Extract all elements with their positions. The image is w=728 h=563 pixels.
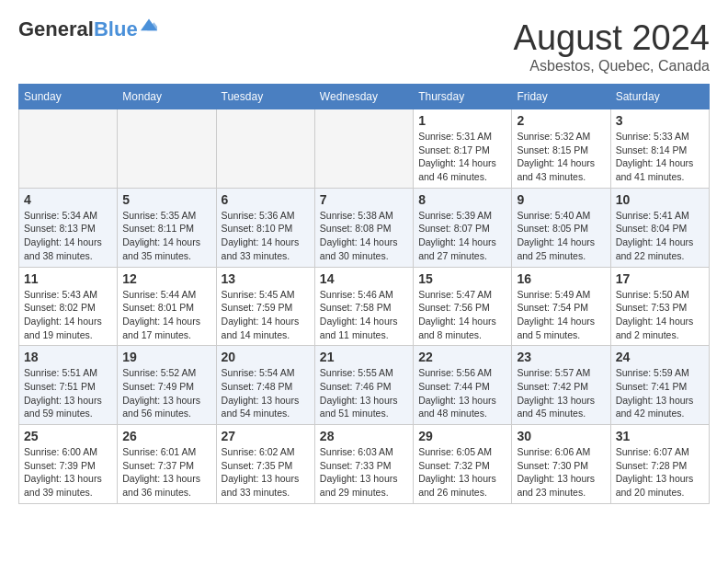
- day-info: Sunrise: 5:40 AM Sunset: 8:05 PM Dayligh…: [517, 209, 605, 263]
- week-row-5: 25 Sunrise: 6:00 AM Sunset: 7:39 PM Dayl…: [19, 425, 710, 504]
- calendar-cell: 24 Sunrise: 5:59 AM Sunset: 7:41 PM Dayl…: [610, 346, 709, 425]
- calendar-cell: 4 Sunrise: 5:34 AM Sunset: 8:13 PM Dayli…: [19, 188, 118, 267]
- day-number: 11: [24, 271, 112, 286]
- calendar-cell: 17 Sunrise: 5:50 AM Sunset: 7:53 PM Dayl…: [610, 267, 709, 346]
- day-number: 14: [320, 271, 408, 286]
- day-info: Sunrise: 5:51 AM Sunset: 7:51 PM Dayligh…: [24, 366, 112, 420]
- day-number: 25: [24, 429, 112, 443]
- weekday-header-wednesday: Wednesday: [314, 85, 413, 109]
- day-info: Sunrise: 5:55 AM Sunset: 7:46 PM Dayligh…: [320, 366, 408, 420]
- day-info: Sunrise: 5:32 AM Sunset: 8:15 PM Dayligh…: [517, 130, 605, 184]
- day-number: 13: [222, 271, 310, 286]
- day-number: 10: [616, 192, 704, 207]
- day-info: Sunrise: 5:31 AM Sunset: 8:17 PM Dayligh…: [418, 130, 506, 184]
- day-number: 2: [517, 113, 605, 128]
- day-info: Sunrise: 5:45 AM Sunset: 7:59 PM Dayligh…: [222, 288, 310, 342]
- day-info: Sunrise: 5:49 AM Sunset: 7:54 PM Dayligh…: [517, 288, 605, 342]
- calendar-cell: 28 Sunrise: 6:03 AM Sunset: 7:33 PM Dayl…: [314, 425, 413, 504]
- weekday-header-row: SundayMondayTuesdayWednesdayThursdayFrid…: [19, 85, 710, 109]
- day-info: Sunrise: 5:41 AM Sunset: 8:04 PM Dayligh…: [616, 209, 704, 263]
- calendar-cell: 14 Sunrise: 5:46 AM Sunset: 7:58 PM Dayl…: [314, 267, 413, 346]
- day-info: Sunrise: 6:03 AM Sunset: 7:33 PM Dayligh…: [320, 445, 408, 500]
- day-info: Sunrise: 5:44 AM Sunset: 8:01 PM Dayligh…: [122, 288, 210, 342]
- calendar-cell: 16 Sunrise: 5:49 AM Sunset: 7:54 PM Dayl…: [512, 267, 610, 346]
- day-number: 15: [418, 271, 506, 286]
- day-number: 1: [418, 113, 506, 128]
- calendar-cell: 15 Sunrise: 5:47 AM Sunset: 7:56 PM Dayl…: [414, 267, 512, 346]
- day-info: Sunrise: 5:34 AM Sunset: 8:13 PM Dayligh…: [24, 209, 112, 263]
- day-number: 24: [616, 350, 704, 364]
- calendar-cell: 13 Sunrise: 5:45 AM Sunset: 7:59 PM Dayl…: [216, 267, 314, 346]
- day-number: 7: [320, 192, 408, 207]
- calendar-cell: 29 Sunrise: 6:05 AM Sunset: 7:32 PM Dayl…: [414, 425, 512, 504]
- day-number: 22: [418, 350, 506, 364]
- calendar-cell: 12 Sunrise: 5:44 AM Sunset: 8:01 PM Dayl…: [118, 267, 216, 346]
- day-number: 16: [517, 271, 605, 286]
- day-info: Sunrise: 5:59 AM Sunset: 7:41 PM Dayligh…: [616, 366, 704, 420]
- calendar-table: SundayMondayTuesdayWednesdayThursdayFrid…: [18, 84, 710, 504]
- logo-icon: [141, 16, 157, 32]
- day-number: 31: [616, 429, 704, 443]
- weekday-header-thursday: Thursday: [414, 85, 512, 109]
- calendar-cell: [118, 109, 216, 189]
- weekday-header-monday: Monday: [118, 85, 216, 109]
- day-info: Sunrise: 6:02 AM Sunset: 7:35 PM Dayligh…: [222, 445, 310, 500]
- calendar-cell: 3 Sunrise: 5:33 AM Sunset: 8:14 PM Dayli…: [610, 109, 709, 189]
- calendar-cell: 25 Sunrise: 6:00 AM Sunset: 7:39 PM Dayl…: [19, 425, 118, 504]
- page-header: GeneralBlue August 2024 Asbestos, Quebec…: [18, 18, 710, 75]
- day-info: Sunrise: 5:54 AM Sunset: 7:48 PM Dayligh…: [222, 366, 310, 420]
- calendar-cell: 2 Sunrise: 5:32 AM Sunset: 8:15 PM Dayli…: [512, 109, 610, 189]
- week-row-3: 11 Sunrise: 5:43 AM Sunset: 8:02 PM Dayl…: [19, 267, 710, 346]
- day-info: Sunrise: 6:05 AM Sunset: 7:32 PM Dayligh…: [418, 445, 506, 500]
- day-number: 12: [122, 271, 210, 286]
- day-number: 9: [517, 192, 605, 207]
- day-number: 18: [24, 350, 112, 364]
- day-number: 6: [222, 192, 310, 207]
- day-info: Sunrise: 5:52 AM Sunset: 7:49 PM Dayligh…: [122, 366, 210, 420]
- calendar-cell: 30 Sunrise: 6:06 AM Sunset: 7:30 PM Dayl…: [512, 425, 610, 504]
- calendar-cell: 5 Sunrise: 5:35 AM Sunset: 8:11 PM Dayli…: [118, 188, 216, 267]
- week-row-2: 4 Sunrise: 5:34 AM Sunset: 8:13 PM Dayli…: [19, 188, 710, 267]
- day-info: Sunrise: 6:06 AM Sunset: 7:30 PM Dayligh…: [517, 445, 605, 500]
- day-info: Sunrise: 5:57 AM Sunset: 7:42 PM Dayligh…: [517, 366, 605, 420]
- day-info: Sunrise: 5:35 AM Sunset: 8:11 PM Dayligh…: [122, 209, 210, 263]
- calendar-cell: 9 Sunrise: 5:40 AM Sunset: 8:05 PM Dayli…: [512, 188, 610, 267]
- day-info: Sunrise: 6:01 AM Sunset: 7:37 PM Dayligh…: [122, 445, 210, 500]
- day-info: Sunrise: 5:39 AM Sunset: 8:07 PM Dayligh…: [418, 209, 506, 263]
- day-number: 28: [320, 429, 408, 443]
- day-info: Sunrise: 5:33 AM Sunset: 8:14 PM Dayligh…: [616, 130, 704, 184]
- calendar-cell: [19, 109, 118, 189]
- logo-text: GeneralBlue: [18, 18, 138, 40]
- calendar-cell: 27 Sunrise: 6:02 AM Sunset: 7:35 PM Dayl…: [216, 425, 314, 504]
- calendar-cell: 20 Sunrise: 5:54 AM Sunset: 7:48 PM Dayl…: [216, 346, 314, 425]
- day-info: Sunrise: 6:07 AM Sunset: 7:28 PM Dayligh…: [616, 445, 704, 500]
- day-number: 30: [517, 429, 605, 443]
- week-row-4: 18 Sunrise: 5:51 AM Sunset: 7:51 PM Dayl…: [19, 346, 710, 425]
- day-number: 4: [24, 192, 112, 207]
- weekday-header-friday: Friday: [512, 85, 610, 109]
- calendar-cell: 18 Sunrise: 5:51 AM Sunset: 7:51 PM Dayl…: [19, 346, 118, 425]
- day-number: 8: [418, 192, 506, 207]
- day-info: Sunrise: 5:46 AM Sunset: 7:58 PM Dayligh…: [320, 288, 408, 342]
- calendar-cell: 19 Sunrise: 5:52 AM Sunset: 7:49 PM Dayl…: [118, 346, 216, 425]
- day-number: 27: [222, 429, 310, 443]
- day-info: Sunrise: 5:56 AM Sunset: 7:44 PM Dayligh…: [418, 366, 506, 420]
- week-row-1: 1 Sunrise: 5:31 AM Sunset: 8:17 PM Dayli…: [19, 109, 710, 189]
- day-info: Sunrise: 6:00 AM Sunset: 7:39 PM Dayligh…: [24, 445, 112, 500]
- calendar-cell: [314, 109, 413, 189]
- day-number: 23: [517, 350, 605, 364]
- calendar-cell: 26 Sunrise: 6:01 AM Sunset: 7:37 PM Dayl…: [118, 425, 216, 504]
- calendar-cell: 31 Sunrise: 6:07 AM Sunset: 7:28 PM Dayl…: [610, 425, 709, 504]
- calendar-cell: 1 Sunrise: 5:31 AM Sunset: 8:17 PM Dayli…: [414, 109, 512, 189]
- weekday-header-sunday: Sunday: [19, 85, 118, 109]
- day-number: 21: [320, 350, 408, 364]
- day-number: 20: [222, 350, 310, 364]
- day-info: Sunrise: 5:43 AM Sunset: 8:02 PM Dayligh…: [24, 288, 112, 342]
- weekday-header-tuesday: Tuesday: [216, 85, 314, 109]
- day-info: Sunrise: 5:50 AM Sunset: 7:53 PM Dayligh…: [616, 288, 704, 342]
- calendar-cell: 8 Sunrise: 5:39 AM Sunset: 8:07 PM Dayli…: [414, 188, 512, 267]
- calendar-cell: 22 Sunrise: 5:56 AM Sunset: 7:44 PM Dayl…: [414, 346, 512, 425]
- calendar-cell: 11 Sunrise: 5:43 AM Sunset: 8:02 PM Dayl…: [19, 267, 118, 346]
- day-number: 29: [418, 429, 506, 443]
- logo: GeneralBlue: [18, 18, 157, 40]
